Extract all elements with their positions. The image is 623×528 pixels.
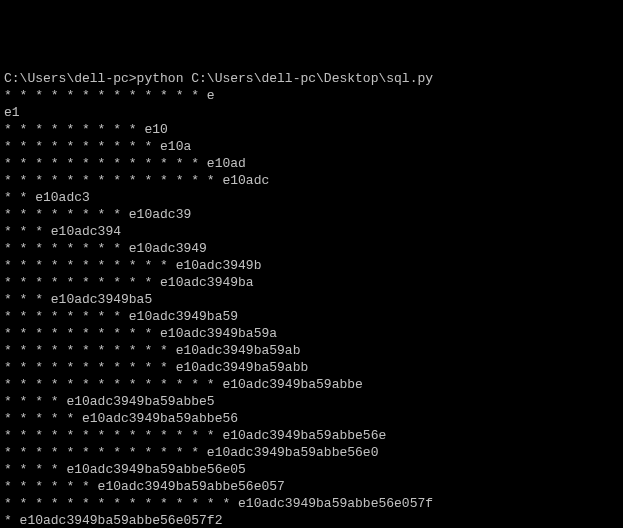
terminal-output-line: * * * * * * * * * * * * * * e10adc3949ba… (4, 376, 619, 393)
terminal-output-line: * * * * * * * * * * * * * e (4, 87, 619, 104)
terminal-output-line: * * * * * * * * * * * * * * e10adc3949ba… (4, 427, 619, 444)
terminal-output-line: * * * * * * * * e10adc3949ba59 (4, 308, 619, 325)
terminal-output-line: * * * * * * * * * * e10adc3949ba59a (4, 325, 619, 342)
terminal-output-line: * * * * * * * * * * * e10adc3949ba59ab (4, 342, 619, 359)
terminal-output-line: * * * * * * * * * * * e10adc3949b (4, 257, 619, 274)
terminal-output-line: * * * * * * * * * * * * * e10adc3949ba59… (4, 444, 619, 461)
terminal-output-line: * * * * e10adc3949ba59abbe5 (4, 393, 619, 410)
terminal-output-line: * * * * * * * * e10adc3949 (4, 240, 619, 257)
terminal-output-line: * * * * e10adc3949ba59abbe56e05 (4, 461, 619, 478)
terminal-output: * * * * * * * * * * * * * ee1* * * * * *… (4, 87, 619, 528)
terminal-output-line: * * * e10adc3949ba5 (4, 291, 619, 308)
terminal-output-line: * * * * * * * * * * e10adc3949ba (4, 274, 619, 291)
terminal-output-line: * * * * * * * * * e10 (4, 121, 619, 138)
terminal-output-line: e1 (4, 104, 619, 121)
terminal-output-line: * * * * * * * * * * * * * * * e10adc3949… (4, 495, 619, 512)
terminal-output-line: * * e10adc3 (4, 189, 619, 206)
terminal-output-line: * * * e10adc394 (4, 223, 619, 240)
terminal-output-line: * * * * * e10adc3949ba59abbe56 (4, 410, 619, 427)
terminal-output-line: * * * * * * * * * * * * * * e10adc (4, 172, 619, 189)
terminal-output-line: * * * * * * * * * * * * * e10ad (4, 155, 619, 172)
command-prompt-line: C:\Users\dell-pc>python C:\Users\dell-pc… (4, 70, 619, 87)
terminal-output-line: * * * * * * * * * * e10a (4, 138, 619, 155)
terminal-output-line: * * * * * * e10adc3949ba59abbe56e057 (4, 478, 619, 495)
terminal-output-line: * * * * * * * * e10adc39 (4, 206, 619, 223)
terminal-output-line: * e10adc3949ba59abbe56e057f2 (4, 512, 619, 528)
terminal-output-line: * * * * * * * * * * * e10adc3949ba59abb (4, 359, 619, 376)
